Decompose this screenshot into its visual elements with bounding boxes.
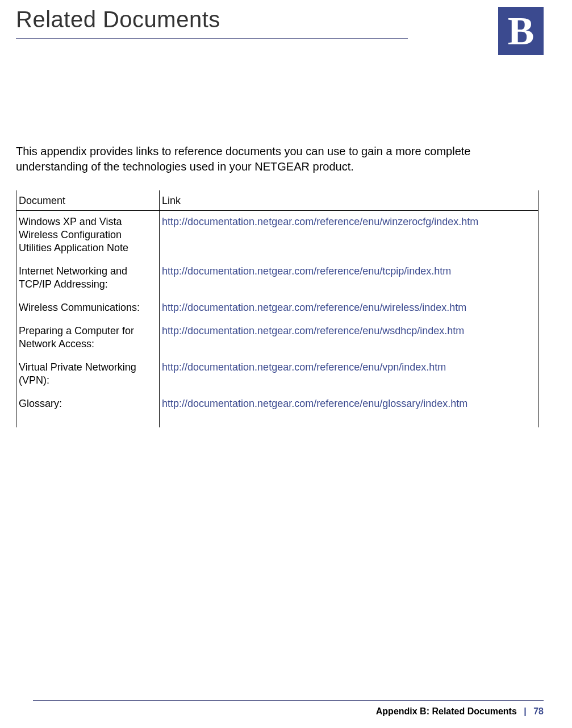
intro-paragraph: This appendix provides links to referenc… [0,39,572,174]
table-row: Virtual Private Networking (VPN): http:/… [16,356,538,393]
cell-link: http://documentation.netgear.com/referen… [160,393,538,427]
doc-link[interactable]: http://documentation.netgear.com/referen… [162,302,466,313]
cell-link: http://documentation.netgear.com/referen… [160,297,538,320]
table-header-row: Document Link [16,190,538,211]
appendix-badge: B [498,7,544,55]
cell-document: Windows XP and Vista Wireless Configurat… [16,211,160,261]
cell-link: http://documentation.netgear.com/referen… [160,320,538,356]
doc-link[interactable]: http://documentation.netgear.com/referen… [162,265,451,277]
header-link: Link [160,190,538,211]
table-row: Internet Networking and TCP/IP Addressin… [16,260,538,297]
footer-page-number: 78 [533,706,544,716]
footer-separator: | [519,706,531,716]
table-row: Wireless Communications: http://document… [16,297,538,320]
cell-document: Preparing a Computer for Network Access: [16,320,160,356]
footer-label: Appendix B: Related Documents [376,706,517,716]
cell-document: Virtual Private Networking (VPN): [16,356,160,393]
table-row: Glossary: http://documentation.netgear.c… [16,393,538,427]
cell-document: Wireless Communications: [16,297,160,320]
cell-document: Internet Networking and TCP/IP Addressin… [16,260,160,297]
doc-link[interactable]: http://documentation.netgear.com/referen… [162,398,467,409]
doc-link[interactable]: http://documentation.netgear.com/referen… [162,325,464,336]
cell-document: Glossary: [16,393,160,427]
documents-table: Document Link Windows XP and Vista Wirel… [16,190,538,427]
table-row: Preparing a Computer for Network Access:… [16,320,538,356]
doc-link[interactable]: http://documentation.netgear.com/referen… [162,361,446,373]
page-footer: Appendix B: Related Documents | 78 [376,706,544,717]
footer-rule [33,700,544,701]
cell-link: http://documentation.netgear.com/referen… [160,211,538,261]
header-document: Document [16,190,160,211]
page-title: Related Documents [0,0,572,32]
table-row: Windows XP and Vista Wireless Configurat… [16,211,538,261]
cell-link: http://documentation.netgear.com/referen… [160,356,538,393]
cell-link: http://documentation.netgear.com/referen… [160,260,538,297]
doc-link[interactable]: http://documentation.netgear.com/referen… [162,216,478,227]
